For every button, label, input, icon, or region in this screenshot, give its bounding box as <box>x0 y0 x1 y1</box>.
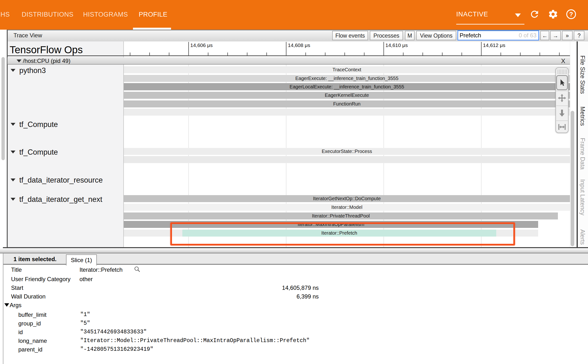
active-tab-underline <box>133 28 171 30</box>
collapse-arrow-icon[interactable] <box>11 123 15 126</box>
trace-row-empty[interactable] <box>124 156 570 163</box>
tab-distributions[interactable]: DISTRIBUTIONS <box>22 11 73 18</box>
sidebar-tab-file-size-stats[interactable]: File Size Stats <box>579 55 586 94</box>
trace-event-tracecontext[interactable]: TraceContext <box>124 66 570 73</box>
chevron-down-icon[interactable] <box>515 13 521 17</box>
search-prev-button[interactable]: ← <box>540 31 549 40</box>
sidebar-tab-frame-data[interactable]: Frame Data <box>579 138 586 170</box>
ruler-major-tick <box>481 42 482 55</box>
ruler-major-tick <box>188 42 189 55</box>
trace-event-eagerkernelexecute[interactable]: EagerKernelExecute <box>124 92 570 99</box>
selection-highlight-box <box>170 222 515 245</box>
tensorflow-ops-heading: TensorFlow Ops <box>10 44 83 56</box>
trace-event-eagerlocalexecute[interactable]: EagerLocalExecute: __inference_train_fun… <box>124 83 570 90</box>
trace-event-functionrun[interactable]: FunctionRun <box>124 100 570 107</box>
arrow-down-icon <box>558 109 566 117</box>
sidebar-tab-alerts[interactable]: Alerts <box>579 229 586 245</box>
field-value-wall-duration: 6,399 ns <box>193 293 319 300</box>
zoom-tool-button[interactable] <box>556 106 568 120</box>
trace-event-eagerexecute[interactable]: EagerExecute: __inference_train_function… <box>124 75 570 82</box>
sidebar-tab-metrics[interactable]: Metrics <box>579 106 586 126</box>
palette-grip-handle[interactable] <box>557 69 567 74</box>
pan-move-icon <box>558 94 566 102</box>
settings-gear-icon[interactable] <box>548 9 558 20</box>
run-status-select[interactable]: INACTIVE <box>456 11 488 18</box>
collapse-arrow-icon[interactable] <box>17 60 21 62</box>
search-next-button[interactable]: → <box>550 31 561 40</box>
tab-histograms[interactable]: HISTOGRAMS <box>83 11 128 18</box>
args-collapse-arrow-icon[interactable] <box>4 303 9 307</box>
field-value-start: 14,605,879 ns <box>193 285 319 291</box>
arg-value-group-id: "5" <box>80 320 90 326</box>
group-label-tf-compute-2[interactable]: tf_Compute <box>19 148 58 157</box>
run-select-underline <box>456 24 524 25</box>
sidebar-tab-input-latency[interactable]: Input Latency <box>579 179 586 215</box>
tab-profile[interactable]: PROFILE <box>139 11 167 18</box>
collapse-arrow-icon[interactable] <box>11 179 15 181</box>
args-section-label[interactable]: Args <box>10 302 21 309</box>
vertical-scrollbar-right[interactable] <box>571 111 574 246</box>
svg-text:?: ? <box>569 11 573 18</box>
arg-value-buffer-limit: "1" <box>80 311 90 318</box>
view-options-button[interactable]: View Options <box>416 31 456 40</box>
arg-name-long-name: long_name <box>18 338 47 344</box>
cursor-arrow-icon <box>558 79 566 86</box>
group-label-tf-compute-1[interactable]: tf_Compute <box>19 120 58 129</box>
timing-tool-button[interactable] <box>556 120 568 133</box>
app-header: HS DISTRIBUTIONS HISTOGRAMS PROFILE INAC… <box>0 0 588 30</box>
ruler-baseline <box>8 55 570 56</box>
field-label-wall-duration: Wall Duration <box>11 293 46 300</box>
trace-row-empty[interactable] <box>124 109 570 116</box>
select-tool-button[interactable] <box>556 75 568 90</box>
pan-tool-button[interactable] <box>556 91 568 105</box>
search-input[interactable] <box>460 32 517 39</box>
help-button[interactable]: ? <box>574 31 584 40</box>
ruler-major-tick <box>383 42 384 55</box>
vertical-scrollbar-left[interactable] <box>1 57 5 160</box>
selection-status-text: 1 item selected. <box>13 256 57 263</box>
skip-button[interactable]: » <box>562 31 573 40</box>
trace-event-executorstate-process[interactable]: ExecutorState::Process <box>124 148 570 155</box>
scrollbar-track <box>570 41 570 247</box>
ruler-major-tick <box>286 42 286 55</box>
group-label-python3[interactable]: python3 <box>19 66 46 75</box>
ruler-tick-label: 14,608 μs <box>288 42 310 48</box>
trace-event-iterator-privatethreadpool[interactable]: Iterator::PrivateThreadPool <box>124 212 558 219</box>
arg-value-parent-id: "-1428057513162923419" <box>80 346 153 352</box>
flow-events-button[interactable]: Flow events <box>332 31 368 40</box>
field-value-category: other <box>79 276 93 283</box>
process-row-host-cpu[interactable]: /host:CPU (pid 49) X <box>7 57 570 65</box>
collapse-arrow-icon[interactable] <box>11 198 15 201</box>
arg-name-group-id: group_id <box>18 320 41 327</box>
group-label-tf-data-iterator-get-next[interactable]: tf_data_iterator_get_next <box>19 195 102 204</box>
ruler-tick-label: 14,606 μs <box>190 42 213 48</box>
tab-graphs-clipped[interactable]: HS <box>0 11 10 18</box>
close-process-button[interactable]: X <box>559 57 567 64</box>
panel-splitter[interactable] <box>0 248 588 253</box>
trace-event-iterator-model[interactable]: Iterator::Model <box>124 204 570 211</box>
trace-search-box: 0 of 63 <box>457 30 539 40</box>
search-match-count: 0 of 63 <box>519 32 536 39</box>
magnifier-icon[interactable] <box>134 266 141 273</box>
field-label-category: User Friendly Category <box>11 276 71 283</box>
metrics-m-button[interactable]: M <box>405 31 415 40</box>
arg-name-buffer-limit: buffer_limit <box>18 311 46 318</box>
arg-value-id: "345174426934833633" <box>80 329 147 335</box>
tab-slice[interactable]: Slice (1) <box>66 254 97 265</box>
field-label-title: Title <box>11 266 22 273</box>
horizontal-span-icon <box>558 123 566 131</box>
trace-event-iteratorgetnextop[interactable]: IteratorGetNextOp::DoCompute <box>124 195 570 202</box>
collapse-arrow-icon[interactable] <box>11 151 15 153</box>
process-row-label: /host:CPU (pid 49) <box>23 58 70 64</box>
field-value-title: Iterator::Prefetch <box>79 266 123 273</box>
arg-name-id: id <box>18 329 23 336</box>
processes-button[interactable]: Processes <box>370 31 403 40</box>
details-left-border <box>3 253 3 364</box>
group-label-tf-data-iterator-resource[interactable]: tf_data_iterator_resource <box>19 176 103 185</box>
ruler-tick-label: 14,612 μs <box>483 42 505 48</box>
help-icon[interactable]: ? <box>566 9 576 20</box>
trace-view-title: Trace View <box>13 32 42 39</box>
collapse-arrow-icon[interactable] <box>11 69 15 72</box>
refresh-icon[interactable] <box>529 9 540 20</box>
field-label-start: Start <box>11 285 23 291</box>
